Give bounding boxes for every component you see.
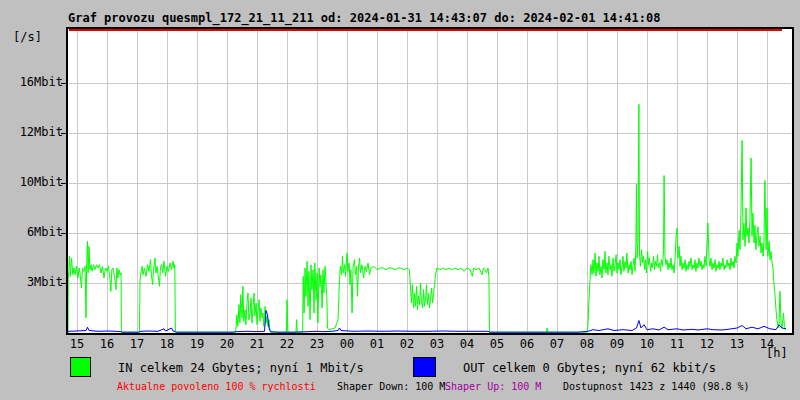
x-tick-label: 13 [722, 337, 752, 351]
x-tick-label: 10 [632, 337, 662, 351]
x-tick-label: 04 [452, 337, 482, 351]
shaper-down-text: Shaper Down: 100 M [337, 381, 445, 392]
y-tick-label: 16Mbit [0, 75, 63, 89]
y-tick-label: 6Mbit [0, 225, 63, 239]
x-tick-label: 05 [482, 337, 512, 351]
x-tick-label: 18 [152, 337, 182, 351]
allowed-speed-text: Aktualne povoleno 100 % rychlosti [117, 381, 316, 392]
availability-text: Dostupnost 1423 z 1440 (98.8 %) [563, 381, 750, 392]
y-tick-mark [61, 283, 66, 284]
x-tick-label: 01 [362, 337, 392, 351]
in-legend-swatch [70, 357, 91, 377]
x-tick-label: 12 [692, 337, 722, 351]
x-tick-label: 15 [62, 337, 92, 351]
x-tick-label: 22 [272, 337, 302, 351]
chart-plot-frame [66, 27, 794, 335]
traffic-graph-page: { "window": { "background": "#c0c0c0" },… [0, 0, 800, 400]
y-axis-unit-label: [/s] [13, 30, 42, 44]
x-tick-label: 09 [602, 337, 632, 351]
chart-plot-area [68, 29, 792, 333]
x-tick-label: 00 [332, 337, 362, 351]
y-tick-label: 3Mbit [0, 275, 63, 289]
in-legend-label: IN celkem 24 Gbytes; nyní 1 Mbit/s [118, 361, 364, 375]
x-tick-label: 16 [92, 337, 122, 351]
out-legend-label: OUT celkem 0 Gbytes; nyní 62 kbit/s [463, 361, 716, 375]
y-tick-label: 12Mbit [0, 125, 63, 139]
x-tick-label: 21 [242, 337, 272, 351]
x-tick-label: 23 [302, 337, 332, 351]
x-tick-label: 11 [662, 337, 692, 351]
page-title: Graf provozu quesmpl_172_21_11_211 od: 2… [68, 11, 660, 25]
x-tick-label: 06 [512, 337, 542, 351]
y-tick-mark [61, 233, 66, 234]
in-traffic-line [68, 104, 786, 333]
x-tick-label: 20 [212, 337, 242, 351]
x-tick-label: 19 [182, 337, 212, 351]
y-tick-mark [61, 83, 66, 84]
shaper-up-text: Shaper Up: 100 M [445, 381, 541, 392]
traffic-series-plot [68, 29, 792, 333]
x-tick-label: 07 [542, 337, 572, 351]
out-legend-swatch [413, 357, 436, 377]
x-tick-label: 02 [392, 337, 422, 351]
x-tick-label: 17 [122, 337, 152, 351]
y-tick-mark [61, 133, 66, 134]
y-tick-label: 10Mbit [0, 175, 63, 189]
y-tick-mark [61, 183, 66, 184]
x-axis-unit-label: [h] [766, 346, 788, 360]
x-tick-label: 08 [572, 337, 602, 351]
x-tick-label: 03 [422, 337, 452, 351]
